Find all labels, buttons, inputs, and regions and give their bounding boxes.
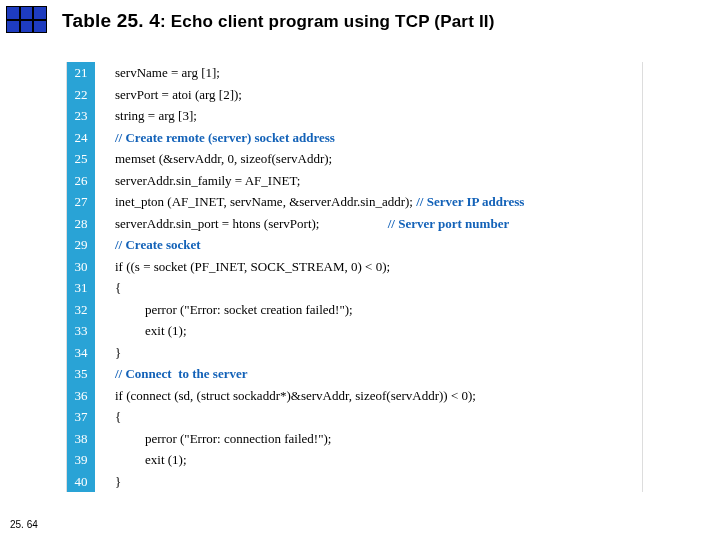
slide-number: 25. 64 (10, 519, 38, 530)
code-row: 28serverAddr.sin_port = htons (servPort)… (67, 213, 642, 235)
code-row: 24// Create remote (server) socket addre… (67, 127, 642, 149)
code-text: memset (&servAddr, 0, sizeof(servAddr); (95, 148, 332, 170)
code-row: 22servPort = atoi (arg [2]); (67, 84, 642, 106)
code-text: string = arg [3]; (95, 105, 197, 127)
line-number: 40 (67, 471, 95, 493)
code-text: { (95, 406, 121, 428)
line-number: 33 (67, 320, 95, 342)
line-number: 32 (67, 299, 95, 321)
line-number: 35 (67, 363, 95, 385)
line-number: 39 (67, 449, 95, 471)
line-number: 22 (67, 84, 95, 106)
title-suffix: : Echo client program using TCP (Part II… (160, 12, 495, 31)
code-row: 27inet_pton (AF_INET, servName, &serverA… (67, 191, 642, 213)
code-text: if (connect (sd, (struct sockaddr*)&serv… (95, 385, 476, 407)
code-row: 36if (connect (sd, (struct sockaddr*)&se… (67, 385, 642, 407)
code-text: // Connect to the server (95, 363, 248, 385)
code-text: } (95, 471, 121, 493)
line-number: 21 (67, 62, 95, 84)
code-row: 39exit (1); (67, 449, 642, 471)
code-row: 34} (67, 342, 642, 364)
code-row: 30if ((s = socket (PF_INET, SOCK_STREAM,… (67, 256, 642, 278)
code-listing: 21servName = arg [1];22servPort = atoi (… (66, 62, 643, 492)
logo-cell (33, 20, 47, 34)
line-number: 24 (67, 127, 95, 149)
code-text: // Create remote (server) socket address (95, 127, 335, 149)
code-text: // Create socket (95, 234, 201, 256)
line-number: 34 (67, 342, 95, 364)
code-row: 29// Create socket (67, 234, 642, 256)
code-row: 25memset (&servAddr, 0, sizeof(servAddr)… (67, 148, 642, 170)
grid-logo (6, 6, 47, 33)
code-text: exit (1); (95, 449, 187, 471)
page-title: Table 25. 4: Echo client program using T… (62, 10, 495, 32)
line-number: 27 (67, 191, 95, 213)
line-number: 29 (67, 234, 95, 256)
code-text: perror ("Error: connection failed!"); (95, 428, 331, 450)
code-row: 26serverAddr.sin_family = AF_INET; (67, 170, 642, 192)
code-segment: inet_pton (AF_INET, servName, &serverAdd… (115, 194, 413, 209)
line-number: 30 (67, 256, 95, 278)
code-row: 31{ (67, 277, 642, 299)
code-row: 23string = arg [3]; (67, 105, 642, 127)
code-text: serverAddr.sin_family = AF_INET; (95, 170, 300, 192)
code-row: 33exit (1); (67, 320, 642, 342)
line-number: 26 (67, 170, 95, 192)
code-row: 21servName = arg [1]; (67, 62, 642, 84)
inline-comment: // Server IP address (413, 194, 524, 209)
code-row: 40} (67, 471, 642, 493)
logo-cell (6, 20, 20, 34)
line-number: 31 (67, 277, 95, 299)
code-row: 35// Connect to the server (67, 363, 642, 385)
code-row: 38perror ("Error: connection failed!"); (67, 428, 642, 450)
line-number: 25 (67, 148, 95, 170)
code-text: } (95, 342, 121, 364)
inline-comment: // Server port number (319, 216, 509, 231)
code-text: perror ("Error: socket creation failed!"… (95, 299, 353, 321)
title-prefix: Table 25. 4 (62, 10, 160, 31)
line-number: 38 (67, 428, 95, 450)
line-number: 23 (67, 105, 95, 127)
line-number: 37 (67, 406, 95, 428)
code-row: 32perror ("Error: socket creation failed… (67, 299, 642, 321)
code-text: servName = arg [1]; (95, 62, 220, 84)
logo-cell (33, 6, 47, 20)
code-segment: serverAddr.sin_port = htons (servPort); (115, 216, 319, 231)
line-number: 36 (67, 385, 95, 407)
code-row: 37{ (67, 406, 642, 428)
logo-cell (20, 20, 34, 34)
code-text: servPort = atoi (arg [2]); (95, 84, 242, 106)
code-text: inet_pton (AF_INET, servName, &serverAdd… (95, 191, 524, 213)
code-text: if ((s = socket (PF_INET, SOCK_STREAM, 0… (95, 256, 390, 278)
logo-cell (20, 6, 34, 20)
code-text: { (95, 277, 121, 299)
line-number: 28 (67, 213, 95, 235)
code-text: exit (1); (95, 320, 187, 342)
logo-cell (6, 6, 20, 20)
code-text: serverAddr.sin_port = htons (servPort); … (95, 213, 509, 235)
